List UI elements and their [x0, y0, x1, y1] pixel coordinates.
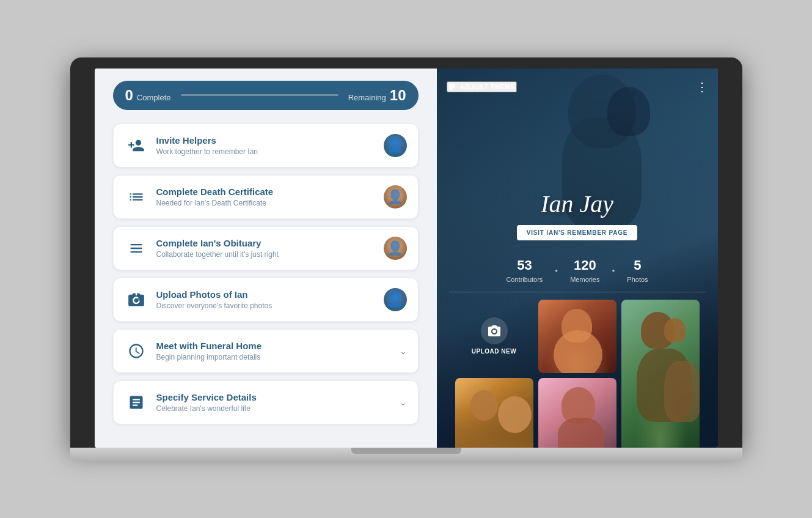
task-invite-helpers-subtitle: Work together to remember Ian	[156, 147, 384, 156]
complete-count: 0	[125, 87, 133, 104]
complete-label: Complete	[137, 93, 171, 102]
task-service-details-subtitle: Celebrate Ian's wonderful life	[156, 404, 395, 413]
adjust-theme-button[interactable]: ADJUST THEME	[447, 81, 518, 92]
screen-bezel: 0 Complete Remaining 10	[70, 57, 742, 448]
left-panel: 0 Complete Remaining 10	[95, 68, 437, 448]
stat-separator-2: ●	[612, 268, 615, 273]
memories-stat: 120 Memories	[570, 257, 599, 284]
task-funeral-home-title: Meet with Funeral Home	[156, 341, 395, 351]
laptop-device: 0 Complete Remaining 10	[70, 57, 742, 461]
laptop-base	[70, 448, 742, 461]
memorial-header: ADJUST THEME ⋮	[437, 75, 718, 99]
visit-remember-page-button[interactable]: VISIT IAN'S REMEMBER PAGE	[517, 225, 638, 240]
task-invite-helpers-avatar	[384, 134, 407, 157]
adjust-theme-label: ADJUST THEME	[460, 83, 516, 91]
task-death-certificate[interactable]: Complete Death Certificate Needed for Ia…	[113, 175, 419, 219]
photos-count: 5	[627, 257, 648, 273]
task-upload-photos-subtitle: Discover everyone's favorite photos	[156, 302, 384, 310]
contributors-stat: 53 Contributors	[506, 257, 543, 284]
task-invite-helpers[interactable]: Invite Helpers Work together to remember…	[113, 124, 419, 168]
lines-icon	[125, 237, 148, 260]
photo-grid: + UPLOAD NEW	[449, 300, 706, 448]
photo-thumb-2[interactable]	[621, 300, 700, 448]
person-add-icon	[125, 134, 148, 157]
palette-icon	[448, 83, 456, 91]
task-obituary-avatar	[384, 237, 407, 260]
svg-text:+: +	[496, 325, 499, 330]
task-upload-photos-content: Upload Photos of Ian Discover everyone's…	[156, 289, 384, 310]
task-death-cert-subtitle: Needed for Ian's Death Certificate	[156, 199, 384, 207]
progress-complete-section: 0 Complete	[125, 87, 171, 104]
stats-row: 53 Contributors ● 120 Memories ● 5 Photo…	[449, 246, 706, 292]
upload-new-label: UPLOAD NEW	[472, 348, 516, 355]
list-icon	[125, 185, 148, 209]
task-invite-helpers-content: Invite Helpers Work together to remember…	[156, 135, 384, 156]
photo-thumb-4[interactable]	[538, 378, 616, 448]
task-funeral-home-content: Meet with Funeral Home Begin planning im…	[156, 341, 395, 361]
camera-plus-icon: +	[487, 324, 502, 338]
task-funeral-home-subtitle: Begin planning important details	[156, 353, 395, 361]
memories-count: 120	[570, 257, 599, 273]
task-funeral-home[interactable]: Meet with Funeral Home Begin planning im…	[113, 329, 419, 373]
memorial-name: Ian Jay	[449, 191, 706, 218]
photos-label: Photos	[627, 276, 648, 283]
progress-bar: 0 Complete Remaining 10	[113, 81, 419, 110]
upload-new-button[interactable]: + UPLOAD NEW	[455, 300, 533, 373]
remaining-count: 10	[390, 87, 406, 104]
chevron-down-icon: ⌄	[400, 346, 407, 356]
memories-label: Memories	[570, 276, 599, 283]
memorial-content: Ian Jay VISIT IAN'S REMEMBER PAGE 53 Con…	[437, 68, 718, 448]
task-upload-photos-title: Upload Photos of Ian	[156, 289, 384, 300]
task-upload-photos-avatar	[384, 288, 407, 311]
task-obituary[interactable]: Complete Ian's Obituary Collaborate toge…	[113, 226, 419, 270]
task-upload-photos[interactable]: Upload Photos of Ian Discover everyone's…	[113, 278, 419, 322]
task-death-cert-content: Complete Death Certificate Needed for Ia…	[156, 187, 384, 207]
clock-icon	[125, 339, 148, 363]
stat-separator-1: ●	[555, 268, 558, 273]
task-death-cert-title: Complete Death Certificate	[156, 187, 384, 197]
task-obituary-content: Complete Ian's Obituary Collaborate toge…	[156, 238, 384, 259]
task-death-cert-avatar	[384, 185, 407, 209]
task-service-details[interactable]: Specify Service Details Celebrate Ian's …	[113, 380, 419, 424]
task-service-details-content: Specify Service Details Celebrate Ian's …	[156, 392, 395, 413]
progress-remaining-section: Remaining 10	[348, 87, 406, 104]
chevron-down-icon-2: ⌄	[400, 398, 407, 407]
task-obituary-subtitle: Collaborate together until it's just rig…	[156, 250, 384, 259]
photo-thumb-3[interactable]	[455, 378, 533, 448]
right-panel: ADJUST THEME ⋮ Ian Jay VISIT IAN'S REMEM…	[437, 68, 718, 448]
contributors-label: Contributors	[506, 276, 543, 283]
photo-thumb-1[interactable]	[538, 300, 616, 373]
remaining-label: Remaining	[348, 93, 386, 102]
contributors-count: 53	[506, 257, 543, 273]
task-service-details-title: Specify Service Details	[156, 392, 395, 402]
task-invite-helpers-title: Invite Helpers	[156, 135, 384, 146]
camera-add-icon	[125, 288, 148, 311]
screen: 0 Complete Remaining 10	[95, 68, 718, 448]
task-obituary-title: Complete Ian's Obituary	[156, 238, 384, 248]
photos-stat: 5 Photos	[627, 257, 648, 284]
note-list-icon	[125, 391, 148, 414]
upload-camera-icon: +	[481, 317, 508, 344]
progress-line	[181, 94, 338, 96]
more-options-button[interactable]: ⋮	[696, 81, 708, 93]
